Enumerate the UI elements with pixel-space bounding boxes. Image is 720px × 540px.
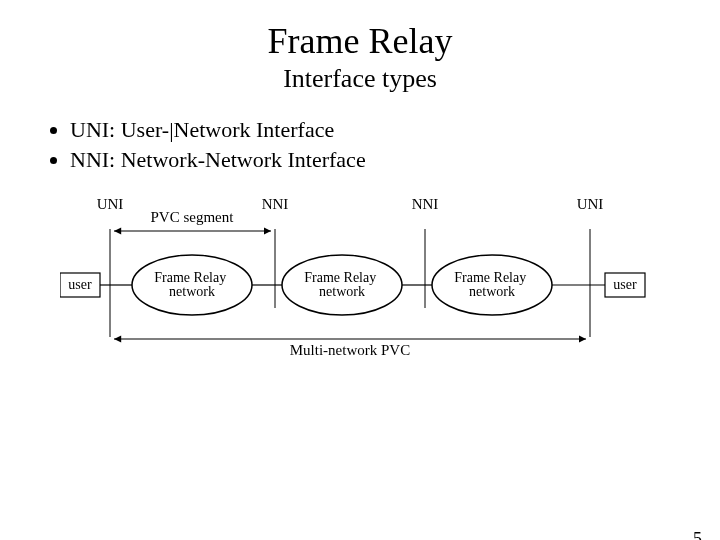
label-uni-left: UNI (97, 196, 124, 212)
label-user-right: user (613, 277, 637, 292)
label-pvc-segment: PVC segment (151, 209, 235, 225)
page-number: 5 (693, 529, 702, 540)
slide-subtitle: Interface types (0, 64, 720, 94)
label-uni-right: UNI (577, 196, 604, 212)
slide-title: Frame Relay (0, 20, 720, 62)
bullet-item: NNI: Network-Network Interface (70, 146, 720, 174)
label-user-left: user (68, 277, 92, 292)
bullet-list: UNI: User-|Network Interface NNI: Networ… (30, 116, 720, 173)
bullet-item: UNI: User-|Network Interface (70, 116, 720, 144)
interface-diagram: UNI NNI NNI UNI PVC segment user user (60, 195, 650, 375)
label-nni-left: NNI (262, 196, 289, 212)
label-multi-pvc: Multi-network PVC (290, 342, 410, 358)
label-nni-right: NNI (412, 196, 439, 212)
